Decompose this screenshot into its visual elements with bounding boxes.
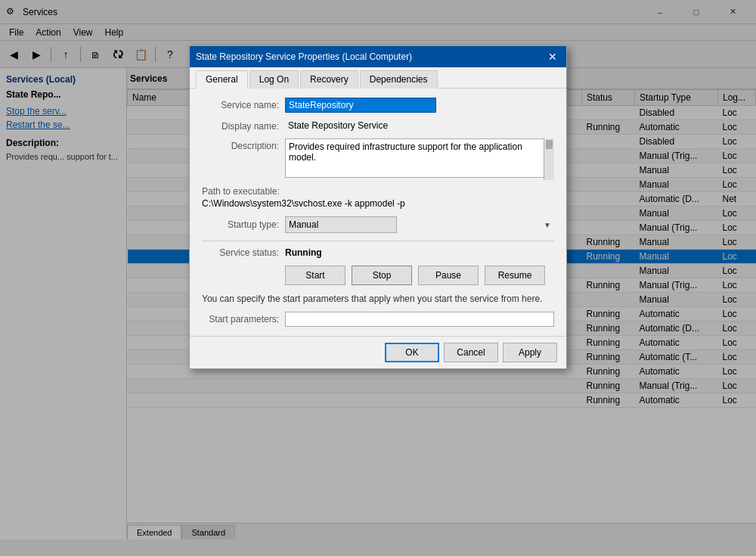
display-name-input[interactable] — [285, 119, 554, 132]
description-label: Description: — [202, 138, 285, 151]
path-section: Path to executable: C:\Windows\system32\… — [202, 186, 554, 209]
modal-overlay: State Repository Service Properties (Loc… — [0, 0, 756, 556]
description-scrollbar[interactable] — [544, 138, 554, 180]
display-name-row: Display name: — [202, 119, 554, 132]
service-status-row: Service status: Running — [202, 247, 554, 258]
stop-button[interactable]: Stop — [352, 266, 412, 285]
service-name-value — [285, 98, 554, 113]
display-name-label: Display name: — [202, 119, 285, 132]
properties-dialog: State Repository Service Properties (Loc… — [189, 45, 567, 369]
startup-type-row: Startup type: Manual Automatic Automatic… — [202, 216, 554, 233]
dialog-title-bar: State Repository Service Properties (Loc… — [190, 46, 566, 67]
apply-button[interactable]: Apply — [503, 343, 557, 362]
action-buttons: Start Stop Pause Resume — [202, 266, 554, 285]
path-label: Path to executable: — [202, 186, 554, 197]
description-wrapper: Provides required infrastructure support… — [285, 138, 554, 180]
pause-button[interactable]: Pause — [418, 266, 479, 285]
startup-select-wrapper: Manual Automatic Automatic (Delayed Star… — [285, 216, 554, 233]
dialog-tab-logon[interactable]: Log On — [249, 70, 299, 89]
service-name-input[interactable] — [285, 98, 436, 113]
service-status-label: Service status: — [202, 247, 285, 258]
service-status-value: Running — [285, 247, 322, 258]
dialog-tab-general[interactable]: General — [196, 70, 248, 89]
dialog-tab-recovery[interactable]: Recovery — [300, 70, 358, 89]
divider-1 — [202, 241, 554, 241]
hint-text: You can specify the start parameters tha… — [202, 293, 554, 306]
start-params-row: Start parameters: — [202, 312, 554, 327]
dialog-tab-dependencies[interactable]: Dependencies — [360, 70, 438, 89]
dialog-content: Service name: Display name: Description:… — [190, 89, 566, 336]
display-name-value — [285, 119, 554, 132]
dialog-close-button[interactable]: ✕ — [545, 49, 560, 64]
service-name-label: Service name: — [202, 98, 285, 110]
resume-button[interactable]: Resume — [485, 266, 545, 285]
start-params-label: Start parameters: — [202, 314, 285, 325]
service-name-row: Service name: — [202, 98, 554, 113]
dialog-tabs: General Log On Recovery Dependencies — [190, 67, 566, 89]
start-button[interactable]: Start — [285, 266, 345, 285]
dialog-title: State Repository Service Properties (Loc… — [196, 51, 545, 62]
select-arrow-icon: ▼ — [544, 221, 551, 229]
description-row: Description: Provides required infrastru… — [202, 138, 554, 180]
cancel-button[interactable]: Cancel — [444, 343, 498, 362]
description-input[interactable]: Provides required infrastructure support… — [285, 138, 554, 178]
path-value: C:\Windows\system32\svchost.exe -k appmo… — [202, 198, 554, 209]
start-params-input[interactable] — [285, 312, 554, 327]
dialog-footer: OK Cancel Apply — [190, 336, 566, 368]
startup-select[interactable]: Manual Automatic Automatic (Delayed Star… — [285, 216, 397, 233]
startup-label: Startup type: — [202, 219, 285, 230]
ok-button[interactable]: OK — [385, 343, 439, 362]
